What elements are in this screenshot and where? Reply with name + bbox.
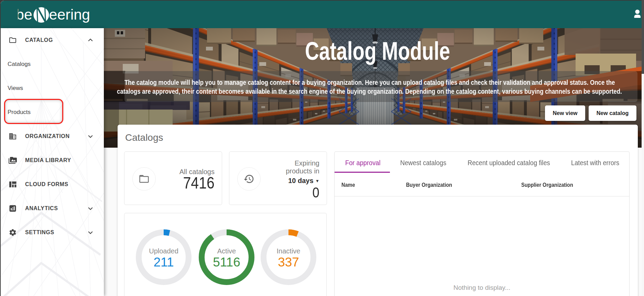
svg-text:eering: eering <box>49 6 90 23</box>
svg-text:be: be <box>18 6 32 23</box>
